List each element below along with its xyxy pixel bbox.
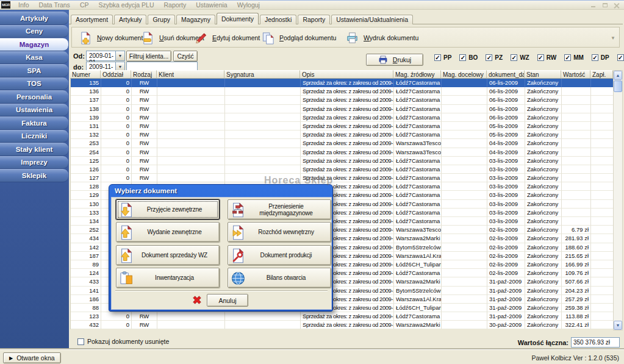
sidebar-item-artykuły[interactable]: Artykuły: [0, 12, 68, 25]
edit-document-button[interactable]: Edytuj dokument: [194, 30, 260, 45]
sidebar-item-faktura[interactable]: Faktura: [0, 116, 68, 130]
checkbox-icon[interactable]: ✓: [486, 54, 492, 61]
minimize-button[interactable]: [589, 2, 598, 9]
checkbox-icon[interactable]: ✓: [459, 54, 466, 61]
sidebar-item-sklepik[interactable]: Sklepik: [0, 169, 68, 182]
new-document-button[interactable]: Nowy dokument: [79, 30, 143, 45]
doc-type-checkbox-dp[interactable]: ✓DP: [592, 54, 609, 61]
sidebar-item-magazyn[interactable]: Magazyn: [0, 38, 68, 51]
sidebar-item-ustawienia[interactable]: Ustawienia: [0, 104, 68, 117]
dialog-button-internal-expense[interactable]: Rozchód wewnętrzny: [228, 222, 331, 242]
cell-mag_zrodlowy: Łódź7Castorama: [394, 113, 442, 122]
checkbox-icon[interactable]: ✓: [617, 54, 624, 61]
dialog-button-opening-balance[interactable]: Bilans otwarcia: [228, 268, 331, 288]
dialog-button-inventory[interactable]: Inwentaryzacja: [116, 268, 220, 288]
sidebar-item-kasa[interactable]: Kasa: [0, 51, 68, 65]
column-header-klient[interactable]: Klient: [157, 70, 224, 79]
sidebar-item-spa[interactable]: SPA: [0, 64, 68, 77]
dialog-button-production-document[interactable]: Dokument produkcji: [228, 245, 331, 265]
dialog-button-inter-warehouse-transfer[interactable]: Przeniesienie międzymagazynowe: [228, 199, 331, 219]
filter-client-button[interactable]: Filtruj klienta...: [126, 51, 171, 62]
restore-button[interactable]: [600, 2, 609, 9]
checkbox-icon[interactable]: ✓: [434, 54, 441, 61]
sidebar-item-ceny[interactable]: Ceny: [0, 25, 68, 38]
open-windows-button[interactable]: ▶ Otwarte okna: [3, 352, 61, 363]
chevron-down-icon[interactable]: ▼: [611, 35, 615, 41]
menu-item-data-trans[interactable]: Data Trans: [34, 1, 75, 9]
table-row[interactable]: 1250RWSprzedaż za okres: z zakresu od 20…: [71, 157, 614, 165]
tab-artykuły[interactable]: Artykuły: [114, 15, 146, 24]
tab-grupy[interactable]: Grupy: [148, 15, 175, 24]
print-button[interactable]: Drukuj: [366, 54, 423, 66]
show-deleted-checkbox[interactable]: Pokazuj dokumenty usunięte: [77, 338, 169, 345]
table-row[interactable]: 1270RWSprzedaż za okres: z zakresu od 20…: [71, 174, 614, 182]
tab-dokumenty[interactable]: Dokumenty: [217, 13, 259, 24]
column-header-zapl[interactable]: Zapł.: [590, 70, 613, 79]
doc-type-checkbox-rw[interactable]: ✓RW: [537, 54, 556, 61]
column-header-opis[interactable]: Opis: [300, 70, 393, 79]
menu-item-info[interactable]: Info: [13, 1, 34, 9]
column-header-numer[interactable]: Numer: [70, 70, 101, 79]
chevron-down-icon[interactable]: ▼: [115, 51, 125, 61]
checkbox-icon[interactable]: ✓: [511, 54, 517, 61]
menu-item-szybka-edycja-plu[interactable]: Szybka edycja PLU: [93, 1, 159, 9]
menu-item-ustawienia[interactable]: Ustawienia: [191, 1, 232, 9]
table-row[interactable]: 1390RWSprzedaż za okres: z zakresu od 20…: [71, 113, 614, 122]
column-header-dokument_dat[interactable]: dokument_dat▲: [487, 70, 525, 79]
table-row[interactable]: 1370RWSprzedaż za okres: z zakresu od 20…: [71, 96, 614, 104]
doc-type-checkbox-mm[interactable]: ✓MM: [564, 54, 584, 61]
checkbox-icon[interactable]: ✓: [564, 54, 571, 61]
menu-item-cp[interactable]: CP: [75, 1, 94, 9]
menu-item-raporty[interactable]: Raporty: [159, 1, 192, 9]
dialog-button-sales-document[interactable]: Dokument sprzedaży WZ: [116, 245, 220, 265]
column-header-mag_docelowy[interactable]: Mag. docelowy: [441, 70, 487, 79]
table-row[interactable]: 1380RWSprzedaż za okres: z zakresu od 20…: [71, 105, 614, 113]
menu-item-wyloguj[interactable]: Wyloguj: [232, 1, 265, 9]
column-header-mag_zrodlowy[interactable]: Mag. źródłowy: [393, 70, 441, 79]
tab-raporty[interactable]: Raporty: [298, 15, 330, 24]
tab-jednostki[interactable]: Jednostki: [260, 15, 296, 24]
sidebar-item-liczniki[interactable]: Liczniki: [0, 130, 68, 143]
doc-type-checkbox-bo[interactable]: ✓BO: [459, 54, 478, 61]
column-header-oddzial[interactable]: Oddział: [101, 70, 131, 79]
sidebar-item-tos[interactable]: TOS: [0, 77, 68, 91]
scrollbar-thumb[interactable]: [614, 80, 622, 92]
dialog-button-receive-external[interactable]: Przyjęcie zewnętrzne: [116, 199, 220, 219]
column-header-stan[interactable]: Stan: [525, 70, 561, 79]
scroll-up-icon[interactable]: ▲: [614, 71, 622, 80]
vertical-scrollbar[interactable]: ▲ ▼: [613, 70, 623, 330]
date-from-combobox[interactable]: 2009-01-01 ▼: [86, 51, 125, 61]
checkbox-icon[interactable]: [77, 338, 84, 345]
sidebar-item-imprezy[interactable]: Imprezy: [0, 156, 68, 170]
doc-type-checkbox-pp[interactable]: ✓PP: [434, 54, 451, 61]
preview-document-button[interactable]: Podgląd dokumentu: [261, 30, 336, 45]
doc-type-checkbox-pz[interactable]: ✓PZ: [486, 54, 503, 61]
print-document-button[interactable]: Wydruk dokumentu: [345, 30, 418, 45]
column-header-wartosc[interactable]: Wartość: [561, 70, 590, 79]
table-row[interactable]: 1350RWSprzedaż za okres: z zakresu od 20…: [71, 79, 614, 87]
clear-filter-button[interactable]: Czyść: [173, 51, 198, 62]
dialog-button-issue-external[interactable]: Wydanie zewnętrzne: [116, 222, 220, 242]
cancel-button[interactable]: Anuluj: [207, 294, 248, 307]
close-button[interactable]: [612, 2, 621, 9]
checkbox-icon[interactable]: ✓: [592, 54, 598, 61]
column-header-sygnatura[interactable]: Sygnatura: [224, 70, 300, 79]
table-row[interactable]: 1230RWSprzedaż za okres: z zakresu od 20…: [71, 312, 614, 321]
table-row[interactable]: 1310RWSprzedaż za okres: z zakresu od 20…: [71, 122, 614, 130]
sidebar-item-stały-klient[interactable]: Stały klient: [0, 143, 68, 156]
column-header-rodzaj[interactable]: Rodzaj: [131, 70, 157, 79]
table-row[interactable]: 2540RWSprzedaż za okres: z zakresu od 20…: [71, 148, 614, 157]
table-row[interactable]: 2530RWSprzedaż za okres: z zakresu od 20…: [71, 139, 614, 148]
tab-ustawienia-uaktualnienia[interactable]: Ustawienia/Uaktualnienia: [331, 15, 413, 24]
sidebar-item-personalia[interactable]: Personalia: [0, 90, 68, 104]
tab-asortyment[interactable]: Asortyment: [71, 15, 113, 24]
scroll-down-icon[interactable]: ▼: [614, 321, 622, 330]
table-row[interactable]: 1260RWSprzedaż za okres: z zakresu od 20…: [71, 165, 614, 174]
checkbox-icon[interactable]: ✓: [537, 54, 544, 61]
doc-type-checkbox-wz[interactable]: ✓WZ: [511, 54, 529, 61]
tab-magazyny[interactable]: Magazyny: [176, 15, 215, 24]
doc-type-checkbox-inw[interactable]: ✓INW.: [617, 54, 624, 61]
table-row[interactable]: 4320RWSprzedaż za okres: z zakresu od 20…: [71, 321, 614, 329]
table-row[interactable]: 1320RWSprzedaż za okres: z zakresu od 20…: [71, 130, 614, 139]
table-row[interactable]: 1360RWSprzedaż za okres: z zakresu od 20…: [71, 87, 614, 96]
